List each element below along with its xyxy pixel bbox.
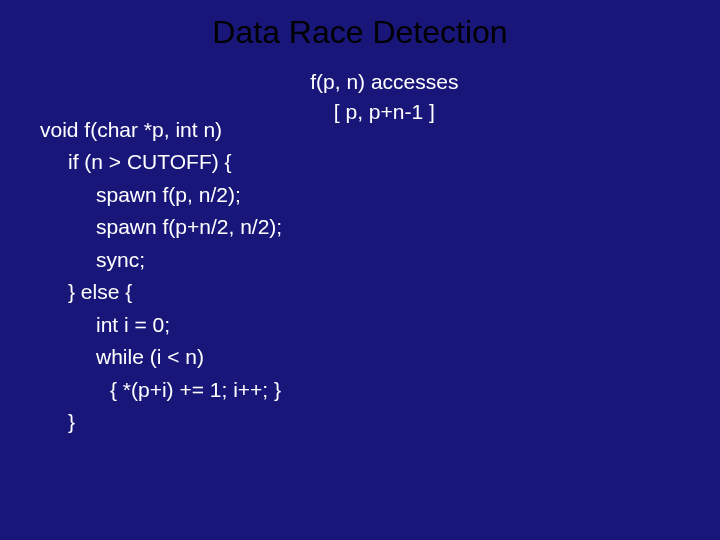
code-line-10: } (40, 406, 75, 439)
slide-title: Data Race Detection (40, 14, 680, 51)
content-area: void f(char *p, int n) if (n > CUTOFF) {… (40, 81, 680, 439)
code-line-7: int i = 0; (40, 309, 170, 342)
annotation-block: f(p, n) accesses [ p, p+n-1 ] (310, 67, 458, 128)
code-line-4: spawn f(p+n/2, n/2); (40, 211, 282, 244)
code-line-6: } else { (40, 276, 132, 309)
annotation-line-2: [ p, p+n-1 ] (310, 97, 458, 127)
code-line-8: while (i < n) (40, 341, 204, 374)
code-line-2: if (n > CUTOFF) { (40, 146, 232, 179)
code-line-3: spawn f(p, n/2); (40, 179, 241, 212)
slide: Data Race Detection void f(char *p, int … (0, 0, 720, 540)
code-block: void f(char *p, int n) if (n > CUTOFF) {… (40, 81, 282, 439)
code-line-1: void f(char *p, int n) (40, 118, 222, 141)
annotation-line-1: f(p, n) accesses (310, 67, 458, 97)
code-line-9: { *(p+i) += 1; i++; } (40, 374, 281, 407)
code-line-5: sync; (40, 244, 145, 277)
